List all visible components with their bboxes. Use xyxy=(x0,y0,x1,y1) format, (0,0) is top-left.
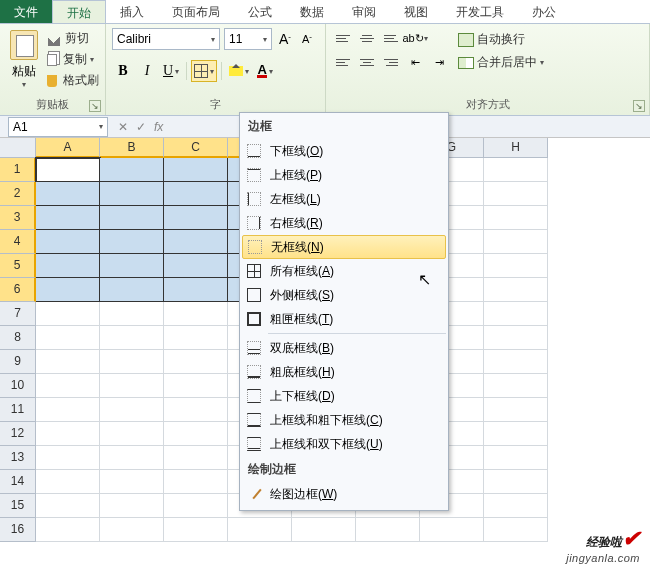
decrease-indent-button[interactable]: ⇤ xyxy=(404,52,426,72)
row-header[interactable]: 14 xyxy=(0,470,36,494)
font-size-select[interactable]: 11▾ xyxy=(224,28,272,50)
tab-review[interactable]: 审阅 xyxy=(338,0,390,23)
cell[interactable] xyxy=(100,230,164,254)
row-header[interactable]: 1 xyxy=(0,158,36,182)
cell[interactable] xyxy=(164,350,228,374)
cell[interactable] xyxy=(164,230,228,254)
cell[interactable] xyxy=(484,158,548,182)
cell[interactable] xyxy=(100,374,164,398)
cell[interactable] xyxy=(164,158,228,182)
align-center-button[interactable] xyxy=(356,52,378,72)
bold-button[interactable]: B xyxy=(112,60,134,82)
borders-button[interactable]: ▾ xyxy=(191,60,217,82)
col-header[interactable]: C xyxy=(164,138,228,158)
shrink-font-button[interactable]: Aˇ xyxy=(298,29,316,49)
row-header[interactable]: 3 xyxy=(0,206,36,230)
row-header[interactable]: 2 xyxy=(0,182,36,206)
cell[interactable] xyxy=(36,182,100,206)
cell[interactable] xyxy=(100,206,164,230)
cell[interactable] xyxy=(164,374,228,398)
cell[interactable] xyxy=(100,326,164,350)
format-painter-button[interactable]: 格式刷 xyxy=(46,72,99,89)
menu-item-border[interactable]: 上框线(P) xyxy=(240,163,448,187)
cell[interactable] xyxy=(484,350,548,374)
cell[interactable] xyxy=(484,422,548,446)
clipboard-launcher[interactable]: ↘ xyxy=(89,100,101,112)
menu-item-border[interactable]: 上框线和双下框线(U) xyxy=(240,432,448,456)
align-bottom-button[interactable] xyxy=(380,28,402,48)
tab-view[interactable]: 视图 xyxy=(390,0,442,23)
cell[interactable] xyxy=(100,278,164,302)
cell[interactable] xyxy=(484,446,548,470)
italic-button[interactable]: I xyxy=(136,60,158,82)
menu-item-border[interactable]: 无框线(N) xyxy=(242,235,446,259)
cell[interactable] xyxy=(484,374,548,398)
wrap-text-button[interactable]: 自动换行 xyxy=(458,31,544,48)
menu-item-border[interactable]: 右框线(R) xyxy=(240,211,448,235)
cell[interactable] xyxy=(36,302,100,326)
cell[interactable] xyxy=(164,398,228,422)
enter-icon[interactable]: ✓ xyxy=(136,120,146,134)
row-header[interactable]: 8 xyxy=(0,326,36,350)
tab-developer[interactable]: 开发工具 xyxy=(442,0,518,23)
cell[interactable] xyxy=(164,494,228,518)
menu-item-border[interactable]: 下框线(O) xyxy=(240,139,448,163)
cell[interactable] xyxy=(228,518,292,542)
alignment-launcher[interactable]: ↘ xyxy=(633,100,645,112)
cell[interactable] xyxy=(36,494,100,518)
cell[interactable] xyxy=(36,518,100,542)
cell[interactable] xyxy=(100,254,164,278)
cell[interactable] xyxy=(36,230,100,254)
menu-item-border[interactable]: 外侧框线(S) xyxy=(240,283,448,307)
font-name-select[interactable]: Calibri▾ xyxy=(112,28,220,50)
cell[interactable] xyxy=(164,302,228,326)
cell[interactable] xyxy=(484,326,548,350)
cell[interactable] xyxy=(356,518,420,542)
cell[interactable] xyxy=(100,302,164,326)
cell[interactable] xyxy=(36,206,100,230)
cell[interactable] xyxy=(164,254,228,278)
row-header[interactable]: 6 xyxy=(0,278,36,302)
cell[interactable] xyxy=(164,470,228,494)
row-header[interactable]: 5 xyxy=(0,254,36,278)
tab-file[interactable]: 文件 xyxy=(0,0,52,23)
cell[interactable] xyxy=(420,518,484,542)
tab-office[interactable]: 办公 xyxy=(518,0,570,23)
underline-button[interactable]: U▾ xyxy=(160,60,182,82)
font-color-button[interactable]: A▾ xyxy=(254,60,276,82)
cell[interactable] xyxy=(484,206,548,230)
align-middle-button[interactable] xyxy=(356,28,378,48)
cell[interactable] xyxy=(36,422,100,446)
menu-item-draw-border[interactable]: 绘图边框(W) xyxy=(240,482,448,506)
align-left-button[interactable] xyxy=(332,52,354,72)
cell[interactable] xyxy=(484,518,548,542)
increase-indent-button[interactable]: ⇥ xyxy=(428,52,450,72)
tab-insert[interactable]: 插入 xyxy=(106,0,158,23)
cell[interactable] xyxy=(164,206,228,230)
row-header[interactable]: 9 xyxy=(0,350,36,374)
cell[interactable] xyxy=(484,254,548,278)
cell[interactable] xyxy=(100,446,164,470)
row-header[interactable]: 12 xyxy=(0,422,36,446)
fx-icon[interactable]: fx xyxy=(154,120,163,134)
cell[interactable] xyxy=(36,470,100,494)
cell[interactable] xyxy=(484,278,548,302)
cell[interactable] xyxy=(36,374,100,398)
orientation-button[interactable]: ab↻▾ xyxy=(404,28,426,48)
col-header[interactable]: A xyxy=(36,138,100,158)
cell[interactable] xyxy=(484,230,548,254)
cell[interactable] xyxy=(36,254,100,278)
cell[interactable] xyxy=(292,518,356,542)
cancel-icon[interactable]: ✕ xyxy=(118,120,128,134)
tab-pagelayout[interactable]: 页面布局 xyxy=(158,0,234,23)
col-header[interactable]: H xyxy=(484,138,548,158)
menu-item-border[interactable]: 左框线(L) xyxy=(240,187,448,211)
menu-item-border[interactable]: 所有框线(A) xyxy=(240,259,448,283)
menu-item-border[interactable]: 双底框线(B) xyxy=(240,336,448,360)
cell[interactable] xyxy=(164,446,228,470)
cell[interactable] xyxy=(484,470,548,494)
row-header[interactable]: 4 xyxy=(0,230,36,254)
menu-item-border[interactable]: 粗底框线(H) xyxy=(240,360,448,384)
cell[interactable] xyxy=(100,494,164,518)
cell[interactable] xyxy=(36,158,100,182)
